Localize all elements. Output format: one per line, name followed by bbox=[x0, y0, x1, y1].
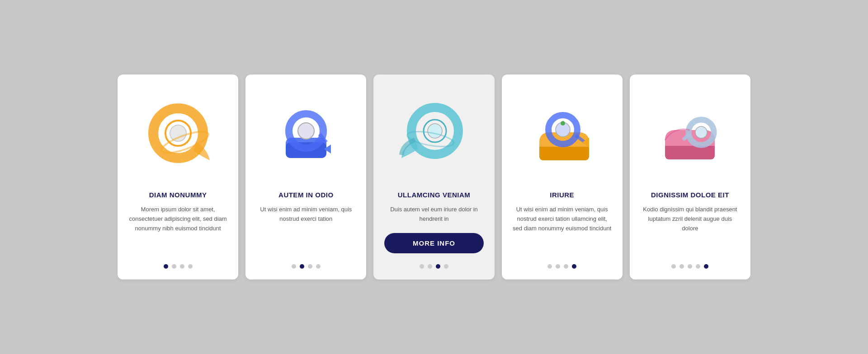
card-4: IRIURE Ut wisi enim ad minim veniam, qui… bbox=[502, 75, 623, 279]
dot-1-0 bbox=[164, 264, 168, 269]
dot-3-2 bbox=[436, 264, 440, 269]
dots-4 bbox=[547, 264, 576, 269]
dot-4-1 bbox=[556, 264, 560, 269]
card-3: ULLAMCING VENIAM Duis autem vel eum iriu… bbox=[373, 75, 494, 279]
dot-3-1 bbox=[428, 264, 432, 269]
tape-roll-icon bbox=[142, 97, 214, 169]
svg-point-18 bbox=[695, 126, 707, 138]
icon-area-4 bbox=[513, 88, 612, 178]
icon-area-2 bbox=[256, 88, 355, 178]
dot-4-2 bbox=[564, 264, 568, 269]
dot-2-2 bbox=[308, 264, 312, 269]
dot-5-0 bbox=[671, 264, 676, 269]
dots-3 bbox=[420, 264, 448, 269]
dots-5 bbox=[671, 264, 708, 269]
dot-3-3 bbox=[444, 264, 448, 269]
dots-2 bbox=[292, 264, 321, 269]
card-5: DIGNISSIM DOLOE EIT Kodio dignissim qui … bbox=[630, 75, 750, 279]
svg-point-15 bbox=[561, 121, 565, 126]
card-2: AUTEM IN ODIO Ut wisi enim ad minim veni… bbox=[245, 75, 366, 279]
dot-4-3 bbox=[572, 264, 576, 269]
card-1: DIAM NONUMMY Morem ipsum dolor sit amet,… bbox=[118, 75, 238, 279]
card-title-5: DIGNISSIM DOLOE EIT bbox=[651, 191, 729, 199]
dot-5-2 bbox=[688, 264, 692, 269]
dots-1 bbox=[164, 264, 193, 269]
card-title-2: AUTEM IN ODIO bbox=[278, 191, 334, 199]
dot-4-0 bbox=[547, 264, 552, 269]
card-desc-3: Duis autem vel eum iriure dolor in hendr… bbox=[384, 205, 483, 224]
dot-1-1 bbox=[172, 264, 176, 269]
card-desc-1: Morem ipsum dolor sit amet, consectetuer… bbox=[128, 205, 227, 253]
card-title-3: ULLAMCING VENIAM bbox=[398, 191, 471, 199]
dot-2-3 bbox=[316, 264, 321, 269]
dot-2-1 bbox=[300, 264, 304, 269]
dot-5-3 bbox=[696, 264, 700, 269]
tape-dispenser-orange-icon bbox=[526, 97, 598, 169]
dot-2-0 bbox=[292, 264, 296, 269]
card-desc-5: Kodio dignissim qui blandit praesent lup… bbox=[641, 205, 740, 253]
svg-point-2 bbox=[170, 125, 186, 141]
dot-1-2 bbox=[180, 264, 184, 269]
card-title-1: DIAM NONUMMY bbox=[149, 191, 207, 199]
icon-area-1 bbox=[128, 88, 227, 178]
dot-5-1 bbox=[679, 264, 684, 269]
cards-container: DIAM NONUMMY Morem ipsum dolor sit amet,… bbox=[118, 75, 750, 279]
dot-1-3 bbox=[188, 264, 193, 269]
dot-3-0 bbox=[420, 264, 424, 269]
dot-5-4 bbox=[704, 264, 708, 269]
card-desc-2: Ut wisi enim ad minim veniam, quis nostr… bbox=[256, 205, 355, 253]
svg-point-11 bbox=[428, 124, 442, 138]
tape-roll-blue-icon bbox=[398, 97, 470, 169]
icon-area-5 bbox=[641, 88, 740, 178]
card-title-4: IRIURE bbox=[550, 191, 574, 199]
tape-dispenser-pink-icon bbox=[654, 97, 726, 169]
tape-dispenser-blue-icon bbox=[270, 97, 342, 169]
more-info-button[interactable]: MORE INFO bbox=[384, 233, 483, 253]
svg-point-7 bbox=[298, 123, 314, 139]
icon-area-3 bbox=[384, 88, 483, 178]
card-desc-4: Ut wisi enim ad minim veniam, quis nostr… bbox=[513, 205, 612, 253]
